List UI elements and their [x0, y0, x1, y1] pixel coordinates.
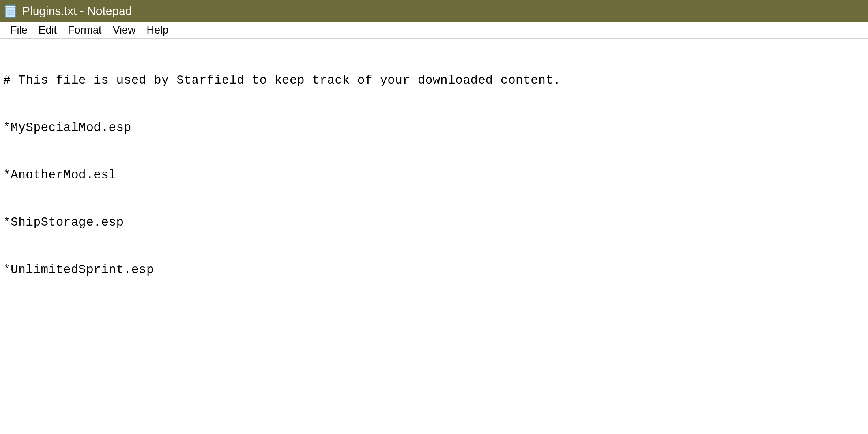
menu-help[interactable]: Help	[141, 22, 174, 38]
menu-file[interactable]: File	[5, 22, 33, 38]
editor-line: *AnotherMod.esl	[3, 167, 865, 183]
menu-format[interactable]: Format	[62, 22, 107, 38]
menu-view[interactable]: View	[107, 22, 141, 38]
editor-line: *UnlimitedSprint.esp	[3, 262, 865, 278]
editor-line: # This file is used by Starfield to keep…	[3, 73, 865, 88]
notepad-icon	[3, 4, 17, 18]
menu-edit[interactable]: Edit	[33, 22, 63, 38]
menubar: File Edit Format View Help	[0, 22, 868, 39]
window-title: Plugins.txt - Notepad	[22, 4, 132, 18]
text-editor[interactable]: # This file is used by Starfield to keep…	[0, 39, 868, 434]
svg-rect-1	[5, 6, 15, 8]
editor-line: *MySpecialMod.esp	[3, 120, 865, 136]
titlebar: Plugins.txt - Notepad	[0, 0, 868, 22]
editor-line: *ShipStorage.esp	[3, 215, 865, 230]
